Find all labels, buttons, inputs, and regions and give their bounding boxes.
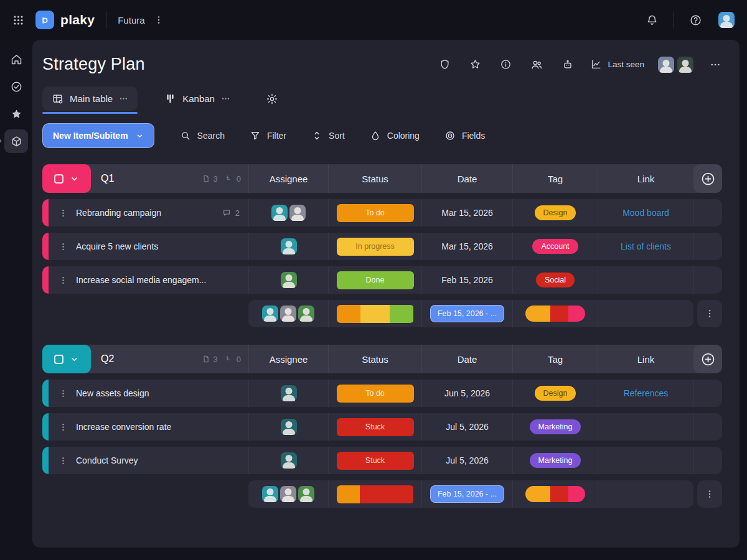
add-column-button[interactable]: [700, 171, 716, 187]
sort-button[interactable]: Sort: [301, 123, 355, 148]
sidebar-item-tasks[interactable]: [4, 75, 28, 98]
item-name-cell: Increase social media engagem...: [42, 266, 248, 294]
item-name[interactable]: Increase conversion rate: [76, 422, 171, 432]
item-name[interactable]: Rebranding campaign: [76, 208, 161, 218]
assignee-cell[interactable]: [248, 413, 328, 441]
tag-distribution-bar: [525, 306, 585, 322]
row-menu-icon[interactable]: [59, 276, 68, 285]
group-checkbox[interactable]: [54, 174, 63, 184]
link-cell[interactable]: [598, 266, 693, 294]
row-menu-icon[interactable]: [59, 389, 68, 398]
tag-cell[interactable]: Design: [512, 199, 598, 226]
board-info-button[interactable]: [497, 56, 514, 73]
views-settings-button[interactable]: [266, 93, 278, 105]
item-name[interactable]: Acquire 5 new clients: [76, 241, 158, 251]
plus-circle-icon: [700, 171, 716, 187]
group-collapse-control[interactable]: [42, 164, 91, 193]
tag-cell[interactable]: Account: [512, 233, 598, 260]
link-cell[interactable]: [598, 413, 693, 441]
assignee-cell[interactable]: [248, 380, 328, 407]
board-menu-button[interactable]: [707, 57, 723, 73]
row-menu-icon[interactable]: [59, 422, 68, 432]
row-menu-icon[interactable]: [59, 456, 68, 465]
tab-kanban[interactable]: Kanban: [155, 86, 240, 111]
status-cell[interactable]: Done: [328, 266, 421, 294]
date-cell[interactable]: Jun 5, 2026: [421, 380, 512, 407]
row-menu-icon[interactable]: [59, 242, 68, 251]
tag-cell[interactable]: Marketing: [512, 447, 598, 474]
automations-button[interactable]: [559, 56, 576, 73]
status-cell[interactable]: In progress: [328, 233, 421, 260]
link-cell[interactable]: [598, 447, 693, 474]
apps-grid-button[interactable]: [10, 12, 27, 29]
date-cell[interactable]: Mar 15, 2026: [421, 199, 512, 226]
add-column-button[interactable]: [700, 352, 716, 367]
last-seen-button[interactable]: Last seen: [590, 58, 644, 70]
status-cell[interactable]: Stuck: [328, 447, 421, 474]
plus-circle-icon: [700, 352, 716, 367]
link-value[interactable]: List of clients: [621, 241, 671, 251]
permissions-button[interactable]: [436, 56, 453, 73]
group-collapse-control[interactable]: [42, 345, 91, 373]
tag-cell[interactable]: Marketing: [512, 413, 598, 441]
sort-label: Sort: [329, 131, 345, 141]
status-cell[interactable]: To do: [328, 380, 421, 407]
plaky-logo-icon: [35, 11, 54, 29]
item-name[interactable]: New assets design: [76, 388, 149, 398]
summary-menu-button[interactable]: [697, 480, 722, 508]
search-button[interactable]: Search: [169, 123, 235, 148]
item-name[interactable]: Conduct Survey: [76, 455, 138, 465]
assignee-cell[interactable]: [248, 199, 328, 226]
summary-status-cell: [328, 300, 421, 327]
row-menu-icon[interactable]: [59, 208, 68, 218]
page-title: Strategy Plan: [42, 55, 145, 74]
date-cell[interactable]: Jul 5, 2026: [421, 447, 512, 474]
table-view-icon: [52, 93, 63, 105]
notifications-button[interactable]: [643, 11, 661, 29]
fields-button[interactable]: Fields: [434, 123, 496, 148]
new-item-button[interactable]: New Item/Subitem: [42, 123, 154, 148]
date-cell[interactable]: Mar 15, 2026: [421, 233, 512, 260]
link-cell[interactable]: List of clients: [598, 233, 693, 260]
date-cell[interactable]: Jul 5, 2026: [421, 413, 512, 441]
tab-options-icon[interactable]: [119, 94, 128, 103]
status-cell[interactable]: To do: [328, 199, 421, 226]
sidebar-item-boards[interactable]: [4, 129, 28, 153]
viewer-avatar[interactable]: [658, 57, 674, 73]
workspace-menu-button[interactable]: [151, 12, 166, 27]
fields-label: Fields: [462, 131, 485, 141]
group-checkbox[interactable]: [54, 355, 63, 364]
assignee-cell[interactable]: [248, 233, 328, 260]
link-value[interactable]: Mood board: [622, 208, 669, 218]
help-button[interactable]: [687, 11, 705, 29]
members-button[interactable]: [528, 56, 545, 73]
tag-cell[interactable]: Design: [512, 380, 598, 407]
coloring-button[interactable]: Coloring: [359, 123, 430, 148]
comment-count[interactable]: 2: [222, 208, 240, 218]
status-badge: Stuck: [337, 452, 414, 470]
brand[interactable]: plaky: [35, 11, 95, 29]
link-value[interactable]: References: [624, 388, 669, 398]
tab-options-icon[interactable]: [221, 94, 230, 103]
sidebar-item-home[interactable]: [4, 47, 28, 71]
group-name[interactable]: Q2: [101, 353, 114, 365]
favorite-button[interactable]: [467, 56, 484, 73]
summary-menu-button[interactable]: [697, 300, 722, 327]
tab-main-table[interactable]: Main table: [42, 86, 138, 111]
date-cell[interactable]: Feb 15, 2026: [421, 266, 512, 294]
user-avatar[interactable]: [718, 12, 735, 28]
users-icon: [530, 58, 543, 71]
sidebar-item-favorites[interactable]: [4, 102, 28, 126]
filter-button[interactable]: Filter: [239, 123, 297, 148]
group-name[interactable]: Q1: [101, 173, 114, 184]
viewer-avatar[interactable]: [677, 57, 693, 73]
link-cell[interactable]: References: [598, 380, 693, 407]
assignee-cell[interactable]: [248, 447, 328, 474]
tag-cell[interactable]: Social: [512, 266, 598, 294]
workspace-name[interactable]: Futura: [118, 15, 144, 26]
item-name[interactable]: Increase social media engagem...: [76, 275, 206, 285]
sort-icon: [311, 130, 322, 141]
status-cell[interactable]: Stuck: [328, 413, 421, 441]
link-cell[interactable]: Mood board: [598, 199, 693, 226]
assignee-cell[interactable]: [248, 266, 328, 294]
